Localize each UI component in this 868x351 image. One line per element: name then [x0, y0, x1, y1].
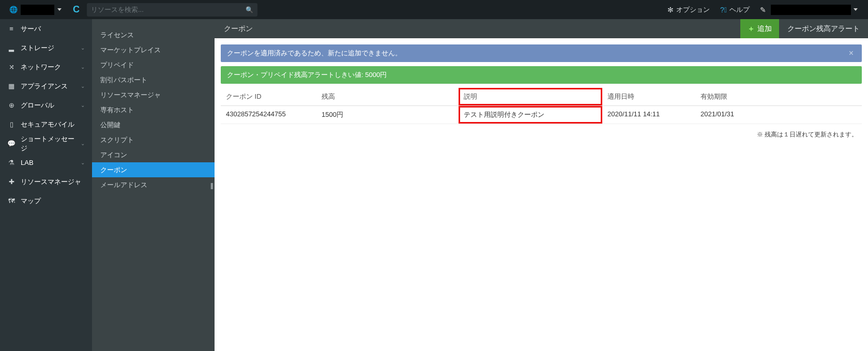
subnav-item[interactable]: クーポン: [92, 162, 215, 177]
help-menu[interactable]: ?⃝ ヘルプ: [715, 0, 755, 19]
sidebar-item-map[interactable]: 🗺マップ: [0, 191, 92, 210]
caret-down-icon: [57, 8, 62, 11]
gear-icon: ✻: [667, 6, 674, 14]
sidebar-item-label: ショートメッセージ: [21, 134, 75, 153]
balance-note: ※ 残高は１日遅れて更新されます。: [221, 128, 862, 139]
sidebar-item-resourcemgr[interactable]: ✚リソースマネージャ: [0, 172, 92, 191]
region-selector[interactable]: 🌐: [5, 0, 66, 19]
plus-icon: ＋: [748, 24, 755, 34]
sidebar-item-label: ストレージ: [21, 43, 75, 53]
sidebar-item-label: サーバ: [21, 24, 85, 34]
top-bar: 🌐 C 🔍 ✻ オプション ?⃝ ヘルプ ✎: [0, 0, 868, 19]
chevron-down-icon: ⌄: [81, 160, 85, 165]
col-header-applied: 適用日時: [602, 88, 695, 106]
threshold-alert: クーポン・プリペイド残高アラートしきい値: 5000円: [221, 66, 862, 84]
cell-balance: 1500円: [316, 106, 459, 124]
add-button[interactable]: ＋ 追加: [740, 19, 779, 38]
threshold-alert-text: クーポン・プリペイド残高アラートしきい値: 5000円: [227, 70, 387, 80]
col-header-id: クーポン ID: [221, 88, 316, 106]
sidebar-item-label: アプライアンス: [21, 82, 75, 91]
options-label: オプション: [676, 5, 710, 14]
close-icon[interactable]: ×: [847, 49, 856, 58]
col-header-expires: 有効期限: [695, 88, 862, 106]
logo-icon: C: [73, 4, 80, 15]
caret-down-icon: [854, 8, 858, 11]
options-menu[interactable]: ✻ オプション: [662, 0, 715, 19]
cell-expires: 2021/01/31: [695, 106, 862, 124]
chevron-down-icon: ⌄: [81, 141, 85, 146]
sidebar-item-label: セキュアモバイル: [21, 120, 85, 129]
page-title: クーポン: [215, 24, 740, 34]
cell-description-text: テスト用説明付きクーポン: [464, 111, 544, 118]
sidebar-item-server[interactable]: ≡サーバ: [0, 19, 92, 38]
subnav-item[interactable]: 公開鍵: [92, 117, 215, 132]
subnav-item[interactable]: 専有ホスト: [92, 102, 215, 117]
main-sidebar: ≡サーバ▂ストレージ⌄⤨ネットワーク⌄▦アプライアンス⌄⊕グローバル⌄▯セキュア…: [0, 19, 92, 351]
search-box[interactable]: 🔍: [87, 3, 257, 17]
coupon-table: クーポン ID 残高 説明 適用日時 有効期限 4302857254244755…: [221, 88, 862, 124]
cell-description: テスト用説明付きクーポン: [459, 106, 602, 124]
subnav-item[interactable]: ライセンス: [92, 27, 215, 42]
balance-alert-button[interactable]: クーポン残高アラート: [779, 19, 868, 38]
chevron-down-icon: ⌄: [81, 102, 85, 108]
appliance-icon: ▦: [7, 82, 16, 90]
subnav-item[interactable]: 割引パスポート: [92, 72, 215, 87]
mobile-icon: ▯: [7, 120, 16, 128]
sidebar-item-lab[interactable]: ⚗LAB⌄: [0, 153, 92, 172]
add-button-label: 追加: [757, 24, 772, 34]
globe-icon: 🌐: [9, 6, 18, 13]
balance-alert-label: クーポン残高アラート: [787, 24, 860, 34]
table-header-row: クーポン ID 残高 説明 適用日時 有効期限: [221, 88, 862, 106]
resourcemgr-icon: ✚: [7, 178, 16, 186]
subnav-item[interactable]: メールアドレス: [92, 177, 215, 192]
lab-icon: ⚗: [7, 159, 16, 166]
chevron-down-icon: ⌄: [81, 45, 85, 51]
sidebar-item-global[interactable]: ⊕グローバル⌄: [0, 96, 92, 115]
storage-icon: ▂: [7, 44, 16, 52]
sidebar-item-label: ネットワーク: [21, 63, 75, 72]
sub-sidebar: ライセンスマーケットプレイスプリペイド割引パスポートリソースマネージャ専有ホスト…: [92, 19, 215, 351]
help-label: ヘルプ: [729, 5, 750, 14]
sidebar-item-appliance[interactable]: ▦アプライアンス⌄: [0, 77, 92, 96]
sidebar-item-label: LAB: [21, 159, 75, 166]
network-icon: ⤨: [7, 63, 16, 71]
content-header: クーポン ＋ 追加 クーポン残高アラート: [215, 19, 868, 38]
global-icon: ⊕: [7, 101, 16, 109]
sidebar-item-message[interactable]: 💬ショートメッセージ⌄: [0, 134, 92, 153]
subnav-item[interactable]: マーケットプレイス: [92, 42, 215, 57]
message-icon: 💬: [7, 140, 16, 147]
chevron-down-icon: ⌄: [81, 64, 85, 70]
search-icon[interactable]: 🔍: [246, 6, 253, 13]
resize-handle-icon[interactable]: |||: [210, 181, 212, 189]
region-label-redacted: [21, 5, 54, 15]
user-menu[interactable]: ✎: [755, 0, 863, 19]
sidebar-item-storage[interactable]: ▂ストレージ⌄: [0, 38, 92, 57]
sidebar-item-label: マップ: [21, 196, 85, 206]
sidebar-item-network[interactable]: ⤨ネットワーク⌄: [0, 57, 92, 77]
sidebar-item-label: リソースマネージャ: [21, 177, 85, 187]
info-alert-text: クーポンを適用済みであるため、新たに追加できません。: [227, 49, 402, 58]
subnav-item[interactable]: リソースマネージャ: [92, 87, 215, 102]
map-icon: 🗺: [7, 197, 16, 205]
info-alert: クーポンを適用済みであるため、新たに追加できません。 ×: [221, 44, 862, 62]
col-header-description-text: 説明: [464, 93, 477, 100]
sidebar-item-mobile[interactable]: ▯セキュアモバイル: [0, 115, 92, 134]
search-input[interactable]: [91, 6, 246, 13]
subnav-item[interactable]: プリペイド: [92, 57, 215, 72]
subnav-item[interactable]: スクリプト: [92, 132, 215, 147]
cell-applied: 2020/11/11 14:11: [602, 106, 695, 124]
chevron-down-icon: ⌄: [81, 83, 85, 89]
subnav-item[interactable]: アイコン: [92, 147, 215, 162]
cell-id: 4302857254244755: [221, 106, 316, 124]
table-row[interactable]: 4302857254244755 1500円 テスト用説明付きクーポン 2020…: [221, 106, 862, 124]
feather-icon: ✎: [760, 6, 766, 14]
content-area: クーポン ＋ 追加 クーポン残高アラート クーポンを適用済みであるため、新たに追…: [215, 19, 868, 351]
col-header-description: 説明: [459, 88, 602, 106]
server-icon: ≡: [7, 25, 16, 33]
sidebar-item-label: グローバル: [21, 101, 75, 110]
col-header-balance: 残高: [316, 88, 459, 106]
help-icon: ?⃝: [720, 6, 727, 14]
user-label-redacted: [771, 5, 851, 15]
